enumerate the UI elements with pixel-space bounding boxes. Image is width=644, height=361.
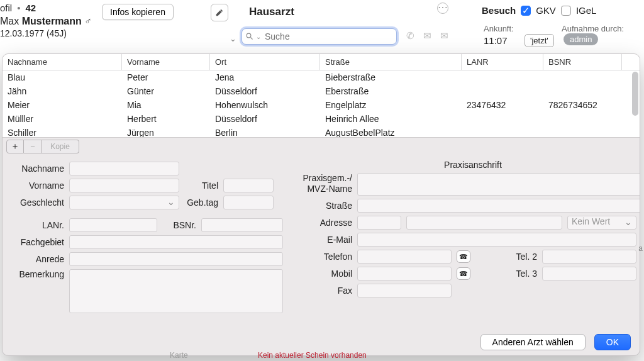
lbl-bemerkung: Bemerkung: [11, 269, 64, 279]
inp-vorname[interactable]: [69, 179, 179, 192]
inp-ort[interactable]: [406, 216, 562, 230]
col-strasse[interactable]: Straße: [320, 54, 462, 70]
col-lanr[interactable]: LANR: [462, 54, 543, 70]
sel-geschlecht[interactable]: [69, 196, 179, 209]
inp-titel[interactable]: [223, 179, 274, 192]
doctor-table-body[interactable]: BlauPeterJenaBieberstraßeJähnGünterDüsse…: [3, 70, 640, 137]
col-vorname[interactable]: Vorname: [122, 54, 210, 70]
inp-plz[interactable]: [357, 216, 401, 230]
search-chevron-icon[interactable]: ⌄: [256, 33, 261, 40]
ankunft-label: Ankunft:: [484, 24, 514, 33]
lbl-vorname: Vorname: [11, 181, 64, 191]
cell-na: Schiller: [3, 128, 122, 137]
lbl-bsnr: BSNr.: [162, 220, 196, 230]
inp-bsnr[interactable]: [201, 218, 283, 232]
lbl-fachgebiet: Fachgebiet: [11, 237, 64, 247]
table-row[interactable]: MülllerHerbertDüsseldorfHeinrich Allee: [3, 112, 640, 126]
lbl-adresse: Adresse: [291, 218, 352, 228]
bg-karte-label: Karte: [170, 351, 188, 360]
edit-profile-button[interactable]: [211, 4, 228, 21]
cell-st: Heinrich Allee: [320, 114, 462, 124]
inp-praxisgem[interactable]: [357, 173, 640, 196]
lbl-tel2: Tel. 2: [475, 252, 537, 262]
col-bsnr[interactable]: BSNR: [543, 54, 622, 70]
lbl-mobil: Mobil: [291, 269, 352, 279]
cell-la: 23476432: [462, 100, 543, 110]
inp-gebtag[interactable]: [223, 196, 274, 209]
cell-na: Meier: [3, 100, 122, 110]
aufnahme-label: Aufnahme durch:: [562, 24, 624, 33]
cell-vo: Herbert: [122, 114, 210, 124]
hausarzt-dialog: Nachname Vorname Ort Straße LANR BSNR Bl…: [2, 53, 640, 356]
cell-st: Engelplatz: [320, 100, 462, 110]
remove-row-button: －: [24, 140, 42, 153]
igel-label: IGeL: [576, 5, 597, 16]
sel-land[interactable]: Kein Wert: [567, 216, 636, 230]
inp-email[interactable]: [357, 233, 636, 247]
inp-tel3[interactable]: [542, 267, 636, 280]
chevron-down-icon[interactable]: ⌄: [230, 34, 236, 43]
svg-line-1: [251, 38, 253, 40]
phone-icon[interactable]: ✆: [406, 30, 414, 42]
table-scrollbar[interactable]: [632, 72, 638, 116]
patient-profile-block: ofil • 42 Max Mustermann ♂ 12.03.1977 (4…: [0, 3, 92, 38]
mail2-icon[interactable]: ✉: [440, 30, 448, 42]
igel-checkbox[interactable]: [561, 6, 571, 16]
cell-or: Jena: [210, 72, 320, 82]
inp-bemerkung[interactable]: [69, 269, 283, 313]
table-mini-toolbar: ＋ － Kopie: [3, 137, 640, 155]
lbl-tel3: Tel. 3: [475, 269, 537, 279]
call-mobil-icon[interactable]: ☎: [457, 267, 470, 280]
inp-telefon[interactable]: [357, 250, 452, 264]
more-icon[interactable]: ⋯: [437, 3, 448, 14]
lbl-email: E-Mail: [291, 235, 352, 245]
col-nachname[interactable]: Nachname: [3, 54, 122, 70]
ok-button[interactable]: OK: [594, 334, 631, 350]
lbl-strasse: Straße: [291, 201, 352, 211]
profile-first: Max: [0, 16, 19, 26]
table-row[interactable]: BlauPeterJenaBieberstraße: [3, 70, 640, 84]
inp-strasse[interactable]: [357, 199, 640, 213]
call-tel1-icon[interactable]: ☎: [457, 250, 470, 263]
table-row[interactable]: JähnGünterDüsseldorfEberstraße: [3, 84, 640, 98]
cell-na: Jähn: [3, 86, 122, 96]
lbl-fax: Fax: [291, 286, 352, 296]
hausarzt-label: Hausarzt: [249, 6, 294, 18]
hausarzt-search[interactable]: ⌄: [242, 28, 397, 45]
inp-lanr[interactable]: [69, 218, 157, 232]
table-row[interactable]: MeierMiaHohenwulschEngelplatz23476432782…: [3, 98, 640, 112]
add-row-button[interactable]: ＋: [6, 140, 24, 153]
mail-icon[interactable]: ✉: [423, 30, 431, 42]
profile-last: Mustermann: [22, 16, 82, 26]
inp-fachgebiet[interactable]: [69, 235, 283, 249]
cell-or: Berlin: [210, 128, 320, 137]
copy-infos-button[interactable]: Infos kopieren: [102, 4, 174, 20]
inp-fax[interactable]: [357, 284, 452, 297]
inp-nachname[interactable]: [69, 162, 179, 175]
bg-schein-warning: Kein aktueller Schein vorhanden: [258, 351, 367, 360]
cell-vo: Mia: [122, 100, 210, 110]
lbl-praxisgem: Praxisgem.-/MVZ-Name: [291, 173, 352, 194]
cell-or: Hohenwulsch: [210, 100, 320, 110]
cell-st: AugustBebelPlatz: [320, 128, 462, 137]
jetzt-button[interactable]: 'jetzt': [525, 34, 554, 47]
inp-tel2[interactable]: [542, 250, 636, 264]
copy-row-button: Kopie: [42, 140, 79, 153]
search-input[interactable]: [264, 31, 392, 42]
gkv-checkbox[interactable]: ✓: [521, 6, 531, 16]
col-ort[interactable]: Ort: [210, 54, 320, 70]
cell-vo: Günter: [122, 86, 210, 96]
inp-mobil[interactable]: [357, 267, 452, 280]
profile-id: 42: [25, 3, 36, 13]
inp-anrede[interactable]: [69, 252, 283, 266]
lbl-titel: Titel: [184, 181, 218, 191]
other-doctor-button[interactable]: Anderen Arzt wählen: [480, 334, 586, 350]
cell-vo: Jürgen: [122, 128, 210, 137]
lbl-lanr: LANr.: [11, 220, 64, 230]
doctor-table-header: Nachname Vorname Ort Straße LANR BSNR: [3, 54, 640, 70]
table-row[interactable]: SchillerJürgenBerlinAugustBebelPlatz: [3, 126, 640, 137]
lbl-nachname: Nachname: [11, 164, 64, 174]
admin-badge[interactable]: admin: [564, 33, 598, 45]
gender-icon: ♂: [84, 16, 92, 26]
cell-st: Eberstraße: [320, 86, 462, 96]
